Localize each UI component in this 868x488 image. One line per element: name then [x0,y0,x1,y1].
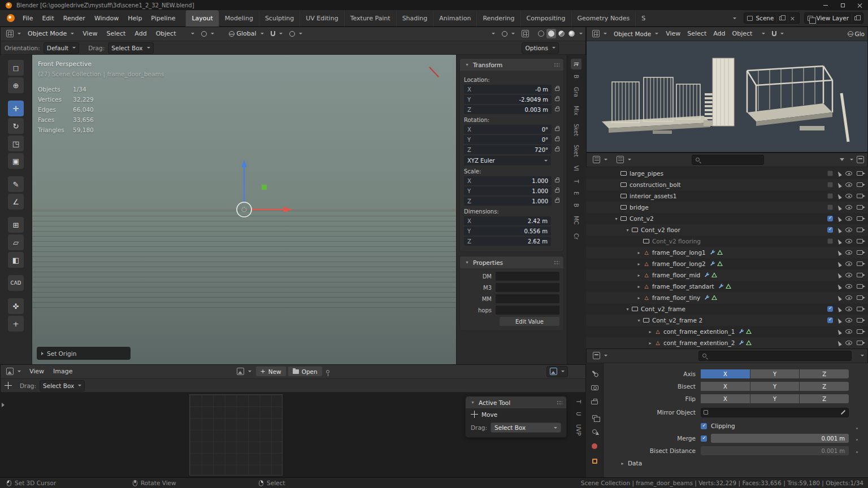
disable-render-icon[interactable] [857,205,863,210]
outliner-row[interactable]: cont_frame_extention_1 [586,326,868,337]
workspace-tab[interactable]: Modeling [219,10,259,27]
lock-icon[interactable] [555,179,559,182]
lock-icon[interactable] [555,189,559,193]
disable-render-icon[interactable] [857,273,863,277]
bisect-distance-field[interactable]: 0.001 m [701,446,849,455]
exclude-checkbox[interactable] [827,193,833,199]
show-overlays-button[interactable] [499,28,518,40]
number-field[interactable]: Y-2.9049 m [464,95,552,104]
merge-checkbox[interactable] [701,435,707,442]
toolbar-expand-icon[interactable] [2,403,5,407]
animate-dot[interactable] [856,451,858,453]
outliner-row[interactable]: frame_floor_standart [586,281,868,292]
item-name[interactable]: Cont_v2 flooring [652,238,701,245]
image-browse-button[interactable] [234,366,254,377]
tool-button[interactable]: ▱ [8,234,24,250]
selectable-icon[interactable] [836,295,842,301]
menu-item[interactable]: View [25,363,49,380]
exclude-checkbox[interactable] [827,227,833,233]
display-mode-dropdown[interactable] [614,154,634,165]
tool-button[interactable]: ↻ [8,118,24,134]
expand-icon[interactable] [647,329,653,334]
workspace-tab[interactable]: Geometry Nodes [571,10,636,27]
menu-item[interactable]: Object [729,27,756,41]
properties-tab[interactable] [588,381,601,394]
item-name[interactable]: Cont_v2_frame [641,306,685,312]
lock-icon[interactable] [555,128,559,131]
hide-viewport-icon[interactable] [845,182,852,187]
hide-viewport-icon[interactable] [845,307,852,311]
gizmo-dropdown[interactable] [198,28,217,40]
options-dropdown[interactable]: Options [522,42,559,54]
n-panel-tab[interactable]: MC [571,212,581,228]
disable-render-icon[interactable] [857,262,863,266]
selectable-icon[interactable] [836,317,842,324]
mode-dropdown[interactable]: Object Mode [25,28,77,40]
selectable-icon[interactable] [836,250,842,256]
maximize-button[interactable] [834,0,851,10]
expand-icon[interactable] [636,284,642,289]
snap-dropdown[interactable] [268,28,285,40]
selectable-icon[interactable] [836,238,842,245]
workspace-tab[interactable]: UV Editing [300,10,344,27]
axis-toggle[interactable]: Y [750,369,800,378]
panel-grip-icon[interactable] [554,63,559,67]
disable-render-icon[interactable] [857,329,863,334]
menu-item[interactable]: Add [710,27,728,41]
operator-panel-set-origin[interactable]: Set Origin [37,347,131,360]
number-field[interactable]: Z0.003 m [464,105,552,114]
tool-button[interactable]: ◻ [8,60,24,76]
expand-icon[interactable] [636,318,642,323]
data-panel-row[interactable]: Data [604,457,868,469]
properties-search[interactable] [698,351,852,361]
exclude-checkbox[interactable] [827,171,833,176]
exclude-checkbox[interactable] [827,182,833,188]
expand-icon[interactable] [624,228,631,233]
hide-viewport-icon[interactable] [845,329,852,334]
panel-grip-icon[interactable] [557,400,562,405]
panel-grip-icon[interactable] [554,260,559,265]
property-field[interactable] [496,283,559,292]
n-panel-tab[interactable]: Sket [571,120,581,140]
selectable-icon[interactable] [836,227,842,233]
item-name[interactable]: bridge [630,204,649,211]
outliner-options-icon[interactable] [857,156,864,163]
hide-viewport-icon[interactable] [845,284,852,289]
outliner-row[interactable]: frame_floor_long2 [586,258,868,269]
properties-tab[interactable] [588,425,601,438]
tool-settings-dropdown[interactable] [728,12,739,24]
n-panel-tab[interactable]: B [571,200,581,211]
property-field[interactable] [496,294,559,303]
properties-tab[interactable] [588,395,601,409]
lock-icon[interactable] [555,88,559,91]
n-panel-tab[interactable]: Cr [571,230,581,243]
orientation-dropdown[interactable]: Glo [845,28,865,40]
number-field[interactable]: Y0.556 m [464,226,551,236]
flip-toggle[interactable]: X [701,394,750,403]
item-name[interactable]: cont_frame_extention_1 [663,328,735,335]
menu-item[interactable]: Help [123,10,146,27]
lock-icon[interactable] [555,199,559,203]
minimize-button[interactable] [817,0,834,10]
n-panel-tab[interactable]: B [571,71,581,82]
axis-toggle[interactable]: X [701,369,750,378]
menu-item[interactable]: File [18,10,37,27]
properties-tab[interactable] [588,439,601,453]
tool-button[interactable]: ◳ [8,136,24,151]
filter-icon[interactable] [840,158,844,161]
shading-rendered-button[interactable] [567,29,576,38]
hide-viewport-icon[interactable] [845,295,852,300]
outliner-row[interactable]: Cont_v2 flooring [586,236,868,247]
mirror-object-field[interactable] [701,408,849,417]
show-gizmo-button[interactable] [487,28,498,40]
properties-tab[interactable] [588,366,601,380]
selectable-icon[interactable] [836,340,842,346]
hide-viewport-icon[interactable] [845,318,852,323]
tool-button[interactable]: ✛ [8,101,24,116]
lock-icon[interactable] [555,108,559,111]
editor-type-button[interactable] [590,350,610,361]
drag-mode-dropdown[interactable]: Select Box [491,422,561,433]
tool-button[interactable]: ✎ [8,176,24,192]
selectable-icon[interactable] [836,204,842,211]
tool-button[interactable]: CAD [8,275,24,291]
